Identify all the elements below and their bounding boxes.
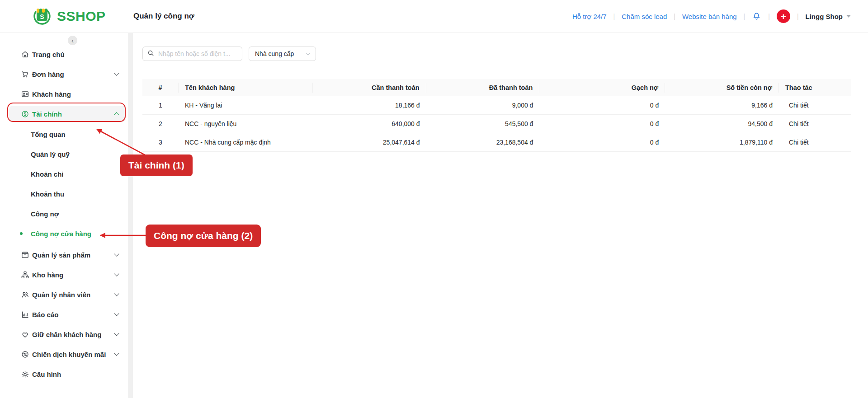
promotion-icon [20,350,29,359]
table-column-header: Thao tác [779,83,851,93]
table-cell: 3 [142,139,179,146]
table-cell: 94,500 đ [665,120,779,127]
detail-link[interactable]: Chi tiết [779,139,851,146]
table-cell: 1,879,110 đ [665,139,779,146]
sidebar-item-label: Đơn hàng [32,70,115,78]
sidebar-item-bao-cao[interactable]: Báo cáo [9,304,126,324]
home-icon [20,50,29,59]
sidebar-item-label: Trang chủ [32,51,118,58]
active-dot-icon [20,232,23,235]
detail-link[interactable]: Chi tiết [779,102,851,109]
table-cell: 545,500 đ [426,120,540,127]
chevron-down-icon [306,51,311,56]
table-cell: NCC - Nhà cung cấp mặc định [179,139,313,146]
table-column-header: Tên khách hàng [179,83,313,93]
sidebar-subitem-label: Khoản thu [31,190,64,198]
table-column-header: # [142,83,179,93]
divider: | [797,13,799,20]
table-column-header: Cần thanh toán [313,83,426,93]
bell-icon[interactable] [752,12,761,21]
page-title: Quản lý công nợ [133,12,194,21]
search-input[interactable] [157,50,237,58]
chevron-down-icon [114,331,119,336]
sidebar-item-kho-hang[interactable]: Kho hàng [9,265,126,285]
customers-icon [20,89,29,98]
sidebar: ‹ Trang chủ Đơn hàng Khách hàng Tài chín… [0,33,133,398]
table-cell: 0 đ [539,120,665,127]
table-cell: 640,000 đ [313,120,426,127]
sidebar-subitem-label: Tổng quan [31,131,66,138]
sidebar-item-label: Cấu hình [32,370,118,378]
sidebar-item-don-hang[interactable]: Đơn hàng [9,64,126,84]
table-cell: 9,000 đ [426,102,540,109]
sidebar-item-label: Khách hàng [32,90,118,98]
sidebar-nav: Trang chủ Đơn hàng Khách hàng Tài chính … [0,44,133,384]
sidebar-item-label: Kho hàng [32,271,115,279]
chevron-down-icon [114,271,119,276]
toplink-website-ban-hang[interactable]: Website bán hàng [682,13,737,20]
chevron-down-icon [114,311,119,316]
sidebar-item-cau-hinh[interactable]: Cấu hình [9,364,126,384]
table-column-header: Đã thanh toán [426,83,540,93]
sidebar-item-quan-ly-nhan-vien[interactable]: Quản lý nhân viên [9,285,126,304]
sidebar-subitem-label: Công nợ cửa hàng [31,230,91,238]
chevron-up-icon [114,112,119,117]
sidebar-item-trang-chu[interactable]: Trang chủ [9,44,126,64]
sidebar-subitem-label: Khoản chi [31,170,64,178]
main-layout: ‹ Trang chủ Đơn hàng Khách hàng Tài chín… [0,33,868,398]
search-icon [147,50,154,58]
sshop-logo-icon: S [32,5,52,28]
divider: | [674,13,675,20]
app-logo[interactable]: S SSHOP [32,5,133,28]
table-cell: 9,166 đ [665,102,779,109]
table-row: 2NCC - nguyên liệu640,000 đ545,500 đ0 đ9… [142,115,851,133]
content: Nhà cung cấp #Tên khách hàngCần thanh to… [133,33,868,398]
sidebar-subitem-cong-no[interactable]: Công nợ [0,204,133,224]
chevron-down-icon [114,351,119,356]
sidebar-item-tai-chinh[interactable]: Tài chính [9,106,126,122]
sidebar-item-label: Báo cáo [32,311,115,318]
sidebar-item-quan-ly-san-pham[interactable]: Quản lý sản phẩm [9,245,126,265]
sidebar-item-label: Giữ chân khách hàng [32,331,115,338]
sidebar-collapse-button[interactable]: ‹ [68,36,77,45]
table-cell: 1 [142,102,179,109]
supplier-select[interactable]: Nhà cung cấp [249,47,316,61]
table-row: 1KH - Vãng lai18,166 đ9,000 đ0 đ9,166 đC… [142,96,851,115]
staff-icon [20,290,29,299]
detail-link[interactable]: Chi tiết [779,120,851,127]
sidebar-item-label: Tài chính [32,110,115,118]
sidebar-subitem-quan-ly-quy[interactable]: Quản lý quỹ [0,144,133,164]
table-body: 1KH - Vãng lai18,166 đ9,000 đ0 đ9,166 đC… [142,96,851,152]
divider: | [768,13,770,20]
table-cell: 25,047,614 đ [313,139,426,146]
products-icon [20,250,29,259]
sidebar-subitem-cong-no-cua-hang[interactable]: Công nợ cửa hàng [0,224,133,243]
svg-text:S: S [40,13,44,20]
toplink-cham-soc-lead[interactable]: Chăm sóc lead [622,13,667,20]
chevron-down-icon [114,251,119,256]
table-cell: 2 [142,120,179,127]
sidebar-subitem-tong-quan[interactable]: Tổng quan [0,124,133,144]
sidebar-subitem-khoan-chi[interactable]: Khoản chi [0,164,133,184]
retention-icon [20,330,29,339]
sidebar-item-chien-dich-khuyen-mai[interactable]: Chiến dịch khuyến mãi [9,344,126,364]
chevron-down-icon [114,291,119,296]
sidebar-subitem-khoan-thu[interactable]: Khoản thu [0,184,133,204]
supplier-select-value: Nhà cung cấp [255,50,294,57]
topbar: S SSHOP Quản lý công nợ Hỗ trợ 24/7|Chăm… [0,0,868,33]
toplink-ho-tro[interactable]: Hỗ trợ 24/7 [572,13,607,20]
table-header-row: #Tên khách hàngCần thanh toánĐã thanh to… [142,79,851,96]
settings-icon [20,370,29,379]
table-cell: NCC - nguyên liệu [179,120,313,127]
sidebar-submenu-tai-chinh: Tổng quan Quản lý quỹ Khoản chi Khoản th… [0,124,133,243]
sidebar-item-giu-chan-khach-hang[interactable]: Giữ chân khách hàng [9,324,126,344]
sidebar-item-khach-hang[interactable]: Khách hàng [9,84,126,104]
sidebar-item-label: Chiến dịch khuyến mãi [32,351,115,358]
cart-icon [20,70,29,79]
report-icon [20,310,29,319]
debt-table: #Tên khách hàngCần thanh toánĐã thanh to… [142,79,851,152]
plus-icon[interactable]: + [777,9,790,23]
chevron-down-icon [846,15,851,18]
filters-row: Nhà cung cấp [142,47,851,61]
account-menu[interactable]: Lingg Shop [806,13,851,20]
